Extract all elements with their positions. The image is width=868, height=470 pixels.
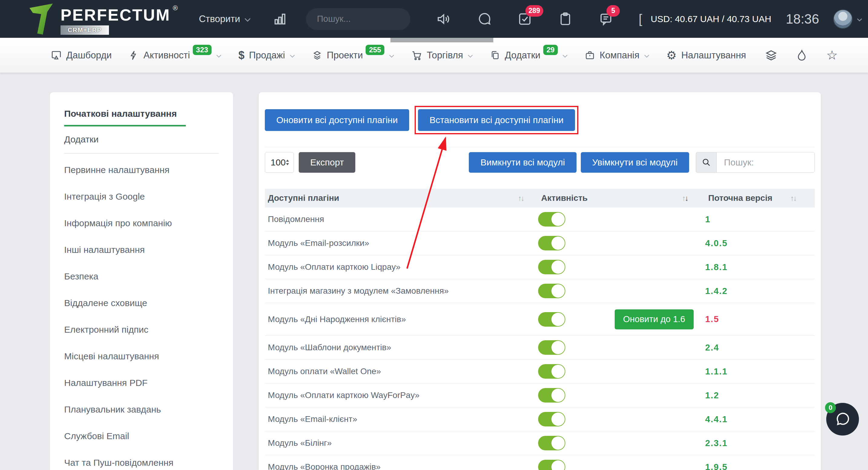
statistics-icon[interactable] — [273, 12, 287, 26]
search-icon — [702, 158, 711, 167]
messages-icon[interactable]: 5 — [599, 12, 613, 26]
nav-item-trade[interactable]: Торгівля — [411, 50, 473, 61]
disable-all-modules-button[interactable]: Вимкнути всі модулі — [469, 152, 576, 173]
plugin-name: Модуль «Воронка продажів» — [265, 462, 538, 470]
sidebar-item-label: Інформація про компанію — [64, 218, 172, 228]
nav-item-dashboards[interactable]: Дашборди — [51, 50, 112, 61]
table-row: Модуль «Оплати карткою Liqpay» 1.8.1 — [265, 255, 815, 279]
sidebar-menu-item[interactable]: Віддалене сховище — [50, 290, 233, 316]
chevron-down-icon — [468, 55, 473, 58]
export-button[interactable]: Експорт — [299, 152, 355, 173]
module-toggle[interactable] — [538, 340, 565, 355]
sidebar-menu-item[interactable]: Інші налаштування — [50, 236, 233, 263]
chevron-down-icon — [562, 55, 568, 58]
sidebar-item-label: Інтеграція з Google — [64, 192, 145, 202]
chevron-down-icon — [857, 18, 862, 22]
currency-bracket-icon: [ — [639, 12, 642, 26]
app-logo[interactable]: PERFECTUM ® CRM+ERP — [27, 2, 178, 36]
enable-all-modules-button[interactable]: Увімкнути всі модулі — [581, 152, 689, 173]
column-header-plugins[interactable]: Доступні плагіни — [268, 193, 339, 203]
tasks-icon[interactable]: 289 — [518, 12, 532, 26]
sort-icon[interactable]: ↑↓ — [682, 194, 688, 203]
sidebar-menu-item[interactable]: Планувальник завдань — [50, 396, 233, 423]
plugin-version: 1.9.5 — [705, 462, 815, 470]
messages-badge: 5 — [607, 5, 620, 16]
module-toggle[interactable] — [538, 212, 565, 227]
search-addon — [696, 152, 716, 173]
nav-label: Налаштування — [681, 50, 746, 61]
module-toggle[interactable] — [538, 364, 565, 379]
plugin-version: 1.2 — [705, 391, 815, 400]
sidebar-menu-item[interactable]: Чат та Пуш-повідомлення — [50, 449, 233, 470]
sort-icon[interactable]: ↑↓ — [518, 194, 524, 203]
module-toggle[interactable] — [538, 436, 565, 450]
module-toggle[interactable] — [538, 236, 565, 250]
chat-bubble-icon — [835, 411, 850, 427]
activities-badge: 323 — [193, 45, 212, 55]
flame-icon[interactable] — [796, 49, 807, 61]
horizontal-scrollbar-thumb[interactable] — [391, 38, 493, 42]
chevron-down-icon — [644, 55, 650, 58]
module-toggle[interactable] — [538, 260, 565, 274]
sidebar-tab-addons[interactable]: Додатки — [64, 127, 219, 154]
plugin-version: 2.4 — [705, 343, 815, 352]
select-arrows-icon — [286, 159, 289, 165]
sidebar-menu-item[interactable]: Первинне налаштування — [50, 157, 233, 183]
sidebar-menu-item[interactable]: Електронний підпис — [50, 316, 233, 343]
table-search-input[interactable] — [716, 152, 815, 173]
sidebar-menu-item[interactable]: Місцеві налаштування — [50, 343, 233, 370]
nav-item-addons[interactable]: Додатки 29 — [490, 50, 568, 61]
module-toggle[interactable] — [538, 312, 565, 327]
layers-icon[interactable] — [765, 49, 777, 61]
nav-item-projects[interactable]: Проекти 255 — [312, 50, 394, 61]
update-all-plugins-button[interactable]: Оновити всі доступні плагіни — [265, 109, 409, 131]
star-icon[interactable]: ☆ — [826, 48, 838, 63]
global-search-input[interactable] — [306, 8, 410, 30]
module-toggle[interactable] — [538, 388, 565, 403]
page-background: Початкові налаштування Додатки Первинне … — [0, 73, 868, 470]
nav-item-company[interactable]: Компанія — [585, 50, 649, 61]
plugin-name: Інтеграція магазину з модулем «Замовленн… — [265, 286, 538, 296]
chat-icon[interactable] — [477, 12, 492, 26]
nav-label: Продажі — [249, 50, 285, 61]
module-toggle[interactable] — [538, 284, 565, 298]
sidebar-menu: Первинне налаштування Інтеграція з Googl… — [50, 157, 233, 470]
install-all-plugins-button[interactable]: Встановити всі доступні плагіни — [418, 109, 575, 131]
gear-icon: ⚙ — [666, 49, 677, 62]
plugin-name: Модуль «Білінг» — [265, 438, 538, 448]
currency-rates[interactable]: USD: 40.67 UAH / 40.73 UAH — [651, 14, 771, 24]
projects-badge: 255 — [366, 45, 384, 55]
nav-item-sales[interactable]: $ Продажі — [239, 49, 295, 62]
nav-item-activities[interactable]: Активності 323 — [129, 50, 221, 61]
sidebar-tab-initial-settings[interactable]: Початкові налаштування — [64, 104, 186, 127]
plugin-version: 1.5 — [705, 314, 815, 324]
user-menu[interactable] — [833, 9, 862, 29]
sidebar-menu-item[interactable]: Інформація про компанію — [50, 210, 233, 236]
plugin-version: 1.1.1 — [705, 367, 815, 376]
announcements-icon[interactable] — [436, 12, 451, 26]
avatar[interactable] — [833, 9, 852, 29]
sidebar-menu-item[interactable]: Безпека — [50, 263, 233, 290]
update-to-version-button[interactable]: Оновити до 1.6 — [615, 309, 694, 329]
page-size-value: 100 — [271, 157, 286, 168]
module-toggle[interactable] — [538, 412, 565, 427]
chevron-down-icon — [244, 18, 251, 22]
sidebar-item-label: Налаштування PDF — [64, 378, 148, 388]
column-header-version[interactable]: Поточна версія — [708, 193, 772, 203]
chat-unread-badge: 0 — [825, 402, 836, 413]
sidebar-menu-item[interactable]: Інтеграція з Google — [50, 183, 233, 210]
sidebar-menu-item[interactable]: Службові Email — [50, 423, 233, 449]
create-menu-button[interactable]: Створити — [199, 13, 251, 25]
clipboard-icon[interactable] — [558, 12, 572, 26]
column-header-activity[interactable]: Активність — [541, 193, 588, 203]
clock: 18:36 — [786, 11, 819, 27]
table-row: Повідомлення 1 — [265, 207, 815, 231]
top-header-bar: PERFECTUM ® CRM+ERP Створити — [0, 0, 868, 38]
nav-item-settings[interactable]: ⚙ Налаштування — [666, 49, 746, 62]
support-chat-button[interactable]: 0 — [826, 403, 859, 436]
create-label: Створити — [199, 13, 240, 25]
module-toggle[interactable] — [538, 460, 565, 470]
page-size-select[interactable]: 100 — [265, 152, 294, 173]
sidebar-menu-item[interactable]: Налаштування PDF — [50, 370, 233, 396]
sort-icon[interactable]: ↑↓ — [790, 194, 796, 203]
